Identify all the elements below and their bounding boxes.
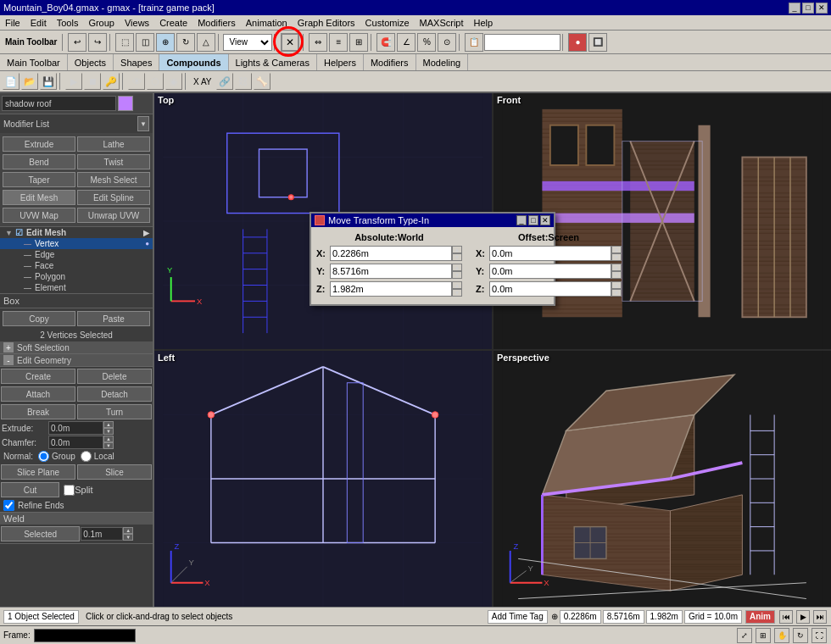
off-y-down[interactable]: ▼ [611, 271, 622, 279]
abs-x-down[interactable]: ▼ [452, 253, 462, 261]
render-button[interactable]: ● [568, 33, 587, 52]
tab-objects[interactable]: Objects [68, 54, 114, 70]
frame-input[interactable] [34, 629, 136, 642]
pan-btn[interactable]: ✋ [774, 628, 789, 643]
menu-maxscript[interactable]: MAXScript [415, 15, 469, 30]
tree-face[interactable]: — Face [0, 260, 153, 271]
icon-smooth[interactable]: ◉ [165, 73, 182, 90]
create-btn[interactable]: Create [1, 369, 75, 384]
dialog-minimize[interactable]: _ [516, 215, 527, 225]
undo-button[interactable]: ↩ [68, 33, 86, 52]
off-x-up[interactable]: ▲ [611, 246, 622, 253]
split-checkbox[interactable] [64, 485, 75, 496]
zoom-extents-btn[interactable]: ⤢ [737, 628, 752, 643]
chamfer-down[interactable]: ▼ [103, 442, 114, 449]
viewport-left[interactable]: Left [154, 351, 492, 607]
move-button[interactable]: ⊕ [156, 33, 175, 52]
menu-graph-editors[interactable]: Graph Editors [293, 15, 360, 30]
local-radio[interactable] [81, 451, 92, 462]
off-z-down[interactable]: ▼ [611, 289, 622, 297]
reference-coord-dropdown[interactable]: View World Screen [223, 34, 272, 51]
tab-shapes[interactable]: Shapes [114, 54, 159, 70]
abs-z-input[interactable] [330, 281, 452, 297]
off-x-down[interactable]: ▼ [611, 253, 622, 261]
abs-y-down[interactable]: ▼ [452, 271, 462, 279]
break-btn[interactable]: Break [1, 404, 75, 419]
menu-tools[interactable]: Tools [52, 15, 84, 30]
mesh-select-btn[interactable]: Mesh Select [77, 172, 150, 187]
off-z-input[interactable] [489, 281, 611, 297]
tab-modifiers[interactable]: Modifiers [364, 54, 416, 70]
icon-save[interactable]: 💾 [40, 73, 57, 90]
icon-stop[interactable]: ⏹ [84, 73, 101, 90]
icon-bones[interactable]: 🦴 [254, 73, 270, 90]
chamfer-input[interactable] [48, 436, 103, 449]
rotate-button[interactable]: ↻ [176, 33, 195, 52]
layer-button[interactable]: ⊞ [349, 33, 368, 52]
extrude-input[interactable] [48, 421, 103, 435]
icon-new[interactable]: 📄 [3, 73, 20, 90]
maximize-viewport-btn[interactable]: ⛶ [811, 628, 827, 643]
tab-lights-cameras[interactable]: Lights & Cameras [229, 54, 317, 70]
menu-file[interactable]: File [0, 15, 25, 30]
tab-helpers[interactable]: Helpers [317, 54, 364, 70]
next-frame-btn[interactable]: ⏭ [813, 610, 827, 624]
weld-selected-btn[interactable]: Selected [1, 526, 80, 541]
minimize-button[interactable]: _ [789, 3, 800, 14]
add-time-tag[interactable]: Add Time Tag [488, 610, 548, 624]
abs-z-up[interactable]: ▲ [452, 281, 462, 289]
unwrap-uvw-btn[interactable]: Unwrap UVW [77, 208, 150, 223]
maximize-button[interactable]: □ [802, 3, 814, 14]
zoom-region-btn[interactable]: ⊞ [756, 628, 771, 643]
off-y-up[interactable]: ▲ [611, 264, 622, 271]
icon-display[interactable]: 👁 [128, 73, 145, 90]
weld-up[interactable]: ▲ [123, 527, 133, 534]
tree-vertex[interactable]: — Vertex ● [0, 238, 153, 249]
modifier-dropdown-arrow[interactable]: ▼ [137, 116, 149, 131]
dialog-close-btn[interactable]: ✕ [540, 215, 550, 225]
tab-compounds[interactable]: Compounds [159, 54, 228, 70]
lathe-btn[interactable]: Lathe [77, 136, 150, 152]
arc-rotate-btn[interactable]: ↻ [793, 628, 808, 643]
viewport-perspective[interactable]: Perspective [494, 351, 831, 607]
detach-btn[interactable]: Detach [77, 386, 152, 402]
object-name-field[interactable] [2, 96, 116, 111]
taper-btn[interactable]: Taper [3, 172, 75, 187]
abs-x-up[interactable]: ▲ [452, 246, 462, 253]
icon-unlink[interactable]: ⛓ [235, 73, 252, 90]
scale-button[interactable]: △ [197, 33, 215, 52]
icon-open[interactable]: 📂 [21, 73, 38, 90]
icon-play[interactable]: ▶ [65, 73, 82, 90]
edit-geometry-header[interactable]: - Edit Geometry [0, 354, 153, 367]
redo-button[interactable]: ↪ [88, 33, 107, 52]
slice-plane-btn[interactable]: Slice Plane [1, 464, 75, 480]
tree-edit-mesh[interactable]: ▼ ☑ Edit Mesh ▶ [0, 227, 153, 238]
copy-button[interactable]: Copy [3, 311, 75, 326]
percent-snap[interactable]: % [417, 33, 436, 52]
named-sel[interactable]: 📋 [465, 33, 483, 52]
weld-down[interactable]: ▼ [123, 534, 133, 541]
named-selection-field[interactable] [484, 34, 561, 51]
chamfer-up[interactable]: ▲ [103, 436, 114, 442]
tree-element[interactable]: — Element [0, 282, 153, 293]
turn-btn[interactable]: Turn [77, 404, 152, 419]
off-z-up[interactable]: ▲ [611, 281, 622, 289]
attach-btn[interactable]: Attach [1, 386, 75, 402]
menu-create[interactable]: Create [154, 15, 192, 30]
menu-edit[interactable]: Edit [25, 15, 52, 30]
delete-btn[interactable]: Delete [77, 369, 152, 384]
soft-selection-header[interactable]: + Soft Selection [0, 341, 153, 354]
menu-group[interactable]: Group [83, 15, 120, 30]
cut-btn[interactable]: Cut [1, 482, 59, 497]
icon-wire[interactable]: ⬡ [147, 73, 164, 90]
x-button[interactable]: ✕ [281, 33, 299, 52]
spinner-snap[interactable]: ⊙ [438, 33, 456, 52]
render2-button[interactable]: 🔲 [588, 33, 607, 52]
play-btn[interactable]: ▶ [796, 610, 810, 624]
menu-animation[interactable]: Animation [241, 15, 293, 30]
weld-value-input[interactable] [81, 527, 123, 541]
angle-snap[interactable]: ∠ [397, 33, 416, 52]
group-radio[interactable] [38, 451, 49, 462]
align-button[interactable]: ≡ [329, 33, 348, 52]
bend-btn[interactable]: Bend [3, 154, 75, 169]
